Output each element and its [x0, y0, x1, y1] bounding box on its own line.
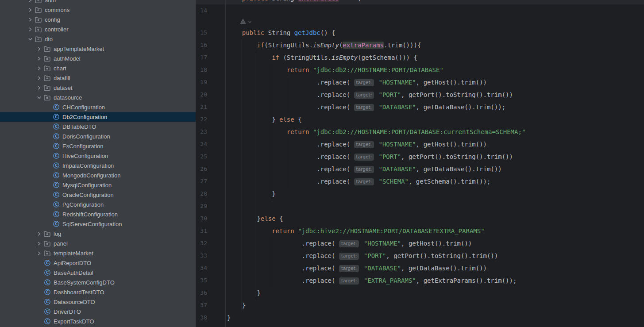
tree-item-DBTableDTO[interactable]: C DBTableDTO — [0, 122, 196, 131]
chevron-down-icon[interactable] — [28, 37, 33, 42]
line-number-14[interactable]: 14 — [196, 4, 225, 17]
code-line-26[interactable]: 26 .replace( target: "DATABASE", getData… — [196, 163, 644, 175]
line-number-22[interactable]: 22 — [196, 113, 225, 126]
code-line-13[interactable]: 13 private String extraParams = ""; — [196, 0, 644, 4]
collapse-chevron[interactable] — [35, 63, 43, 73]
line-number-33[interactable]: 33 — [196, 250, 225, 262]
collapse-chevron[interactable] — [35, 239, 43, 248]
line-number-34[interactable]: 34 — [196, 262, 225, 274]
chevron-right-icon[interactable] — [28, 8, 33, 12]
tree-item-Db2Configuration[interactable]: C Db2Configuration — [0, 112, 196, 122]
tree-item-templateMarket[interactable]: templateMarket — [0, 248, 196, 258]
tree-item-MongodbConfiguration[interactable]: C MongodbConfiguration — [0, 170, 196, 180]
collapse-chevron[interactable] — [35, 54, 43, 63]
chevron-down-icon[interactable] — [248, 20, 252, 24]
line-number-26[interactable]: 26 — [196, 163, 225, 175]
chevron-right-icon[interactable] — [37, 76, 42, 81]
tree-item-SqlServerConfiguration[interactable]: C SqlServerConfiguration — [0, 219, 196, 229]
line-number-13[interactable]: 13 — [196, 0, 225, 4]
tree-item-DriverDTO[interactable]: C DriverDTO — [0, 307, 196, 316]
code-line-28[interactable]: 28 } — [196, 188, 644, 200]
ai-inlay-widget[interactable] — [240, 17, 252, 27]
tree-item-EsConfiguration[interactable]: C EsConfiguration — [0, 141, 196, 151]
chevron-down-icon[interactable] — [37, 95, 42, 100]
tree-item-DashboardTestDTO[interactable]: C DashboardTestDTO — [0, 287, 196, 297]
line-number-19[interactable]: 19 — [196, 76, 225, 88]
collapse-chevron[interactable] — [35, 73, 43, 83]
chevron-right-icon[interactable] — [28, 0, 33, 3]
tree-item-datafill[interactable]: datafill — [0, 73, 196, 83]
code-line-37[interactable]: 37 } — [196, 299, 644, 312]
line-number-27[interactable]: 27 — [196, 175, 225, 188]
tree-item-MysqlConfiguration[interactable]: C MysqlConfiguration — [0, 180, 196, 190]
tree-item-BaseAuthDetail[interactable]: C BaseAuthDetail — [0, 268, 196, 277]
line-number-23[interactable]: 23 — [196, 126, 225, 138]
line-number-31[interactable]: 31 — [196, 225, 225, 237]
line-number-20[interactable]: 20 — [196, 88, 225, 101]
line-number-30[interactable]: 30 — [196, 212, 225, 225]
tree-item-HiveConfiguration[interactable]: C HiveConfiguration — [0, 151, 196, 161]
line-number-17[interactable]: 17 — [196, 51, 225, 64]
code-line-30[interactable]: 30 }else { — [196, 212, 644, 225]
tree-item-BaseSystemConfigDTO[interactable]: C BaseSystemConfigDTO — [0, 277, 196, 287]
chevron-right-icon[interactable] — [37, 56, 42, 61]
collapse-chevron[interactable] — [26, 5, 35, 15]
chevron-right-icon[interactable] — [28, 17, 33, 22]
line-number-15[interactable]: 15 — [196, 27, 225, 39]
code-line-19[interactable]: 19 .replace( target: "HOSTNAME", getHost… — [196, 76, 644, 88]
line-number-16[interactable]: 16 — [196, 39, 225, 51]
code-line-33[interactable]: 33 .replace( target: "PORT", getPort().t… — [196, 250, 644, 262]
tree-item-datasource[interactable]: datasource — [0, 92, 196, 102]
code-line-14[interactable]: 14 — [196, 4, 644, 17]
line-number-28[interactable]: 28 — [196, 188, 225, 200]
tree-item-panel[interactable]: panel — [0, 239, 196, 248]
tree-item-OracleConfiguration[interactable]: C OracleConfiguration — [0, 190, 196, 200]
tree-item-config[interactable]: config — [0, 15, 196, 24]
code-line-34[interactable]: 34 .replace( target: "DATABASE", getData… — [196, 262, 644, 274]
expand-chevron[interactable] — [35, 92, 43, 102]
chevron-right-icon[interactable] — [28, 27, 33, 32]
chevron-right-icon[interactable] — [37, 66, 42, 71]
chevron-right-icon[interactable] — [37, 85, 42, 90]
tree-item-controller[interactable]: controller — [0, 24, 196, 34]
tree-item-commons[interactable]: commons — [0, 5, 196, 15]
code-line-23[interactable]: 23 return "jdbc:db2://HOSTNAME:PORT/DATA… — [196, 126, 644, 138]
tree-item-chart[interactable]: chart — [0, 63, 196, 73]
chevron-right-icon[interactable] — [37, 46, 42, 51]
collapse-chevron[interactable] — [26, 15, 35, 24]
tree-item-log[interactable]: log — [0, 229, 196, 239]
line-number-24[interactable]: 24 — [196, 138, 225, 150]
code-line-31[interactable]: 31 return "jdbc:hive2://HOSTNAME:PORT/DA… — [196, 225, 644, 237]
tree-item-PgConfiguration[interactable]: C PgConfiguration — [0, 200, 196, 209]
code-line-16[interactable]: 16 if(StringUtils.isEmpty(extraParams.tr… — [196, 39, 644, 51]
editor-panel[interactable]: 13 private String extraParams = "";14 15… — [196, 0, 644, 327]
tree-item-ApiReportDTO[interactable]: C ApiReportDTO — [0, 258, 196, 268]
code-line-24[interactable]: 24 .replace( target: "HOSTNAME", getHost… — [196, 138, 644, 150]
tree-item-dataset[interactable]: dataset — [0, 83, 196, 92]
line-number-18[interactable]: 18 — [196, 64, 225, 76]
collapse-chevron[interactable] — [26, 0, 35, 5]
code-line-32[interactable]: 32 .replace( target: "HOSTNAME", getHost… — [196, 237, 644, 250]
tree-item-DorisConfiguration[interactable]: C DorisConfiguration — [0, 131, 196, 141]
line-number-25[interactable]: 25 — [196, 150, 225, 163]
tree-item-ExportTaskDTO[interactable]: C ExportTaskDTO — [0, 316, 196, 326]
line-number-21[interactable]: 21 — [196, 101, 225, 113]
chevron-right-icon[interactable] — [37, 251, 42, 256]
expand-chevron[interactable] — [26, 34, 35, 44]
line-number-35[interactable]: 35 — [196, 274, 225, 287]
collapse-chevron[interactable] — [35, 248, 43, 258]
tree-item-appTemplateMarket[interactable]: appTemplateMarket — [0, 44, 196, 54]
code-line-17[interactable]: 17 if (StringUtils.isEmpty(getSchema()))… — [196, 51, 644, 64]
tree-item-DatasourceDTO[interactable]: C DatasourceDTO — [0, 297, 196, 307]
line-number-32[interactable]: 32 — [196, 237, 225, 250]
ai-inlay-chevron[interactable] — [248, 20, 252, 24]
code-line-27[interactable]: 27 .replace( target: "SCHEMA", getSchema… — [196, 175, 644, 188]
tree-item-CHConfiguration[interactable]: C CHConfiguration — [0, 102, 196, 112]
chevron-right-icon[interactable] — [37, 241, 42, 246]
code-line-20[interactable]: 20 .replace( target: "PORT", getPort().t… — [196, 88, 644, 101]
collapse-chevron[interactable] — [35, 83, 43, 92]
line-number-38[interactable]: 38 — [196, 312, 225, 324]
line-number-36[interactable]: 36 — [196, 287, 225, 299]
code-line-22[interactable]: 22 } else { — [196, 113, 644, 126]
line-number-37[interactable]: 37 — [196, 299, 225, 312]
